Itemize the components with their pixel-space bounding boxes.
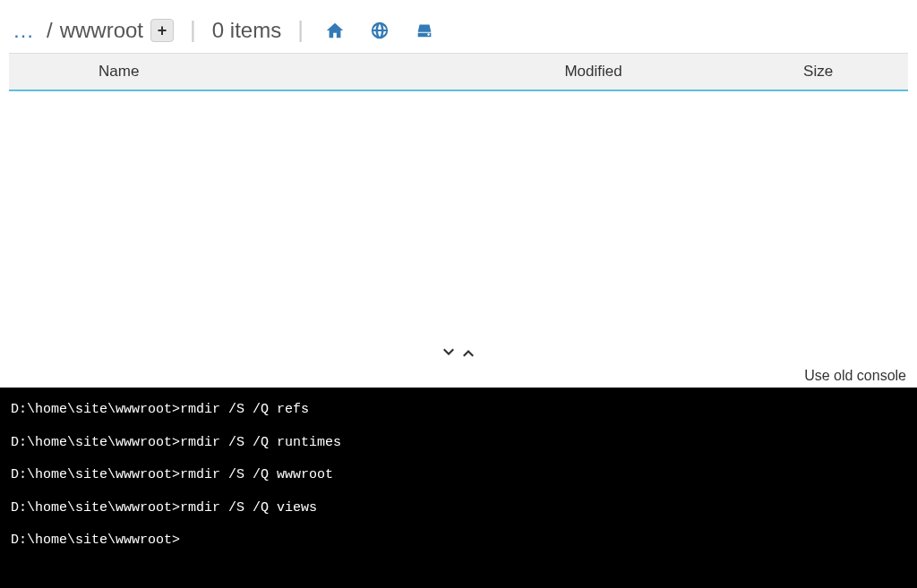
column-header-name[interactable]: Name [9, 63, 458, 81]
table-header: Name Modified Size [9, 53, 908, 91]
globe-icon[interactable] [370, 21, 390, 40]
separator: | [190, 16, 196, 44]
console-line: D:\home\site\wwwroot>rmdir /S /Q views [11, 499, 906, 519]
toolbar-icons [325, 21, 434, 40]
console[interactable]: D:\home\site\wwwroot>rmdir /S /Q refs D:… [0, 388, 917, 588]
chevron-up-icon [460, 345, 476, 361]
console-line: D:\home\site\wwwroot>rmdir /S /Q runtime… [11, 433, 906, 454]
add-button[interactable]: + [150, 19, 174, 42]
breadcrumb-bar: … / wwwroot + | 0 items | [0, 0, 917, 53]
separator: | [297, 16, 304, 44]
console-link-row: Use old console [0, 366, 917, 388]
disk-icon[interactable] [415, 21, 434, 40]
chevron-down-icon [441, 345, 457, 361]
home-icon[interactable] [325, 21, 345, 40]
console-prompt[interactable]: D:\home\site\wwwroot> [11, 531, 906, 551]
console-line: D:\home\site\wwwroot>rmdir /S /Q refs [11, 400, 906, 421]
breadcrumb-slash: / [47, 18, 53, 43]
console-line: D:\home\site\wwwroot>rmdir /S /Q wwwroot [11, 465, 906, 486]
use-old-console-link[interactable]: Use old console [804, 368, 906, 383]
item-count: 0 items [212, 18, 281, 43]
file-table: Name Modified Size [9, 53, 908, 91]
breadcrumb-current: wwwroot [60, 18, 143, 43]
column-header-size[interactable]: Size [728, 63, 908, 81]
resize-handle[interactable] [0, 339, 917, 366]
file-list-body [0, 91, 917, 339]
breadcrumb-ellipsis[interactable]: … [13, 18, 34, 43]
column-header-modified[interactable]: Modified [458, 63, 728, 81]
